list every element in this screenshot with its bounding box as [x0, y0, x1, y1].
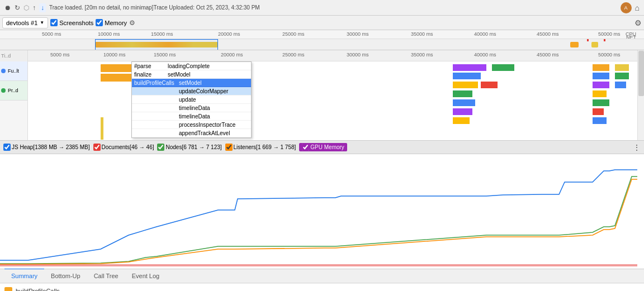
- overview-activity-bar-2: [570, 42, 579, 47]
- popup-row-2[interactable]: buildProfileCalls setModel: [132, 79, 251, 87]
- label-full: Fu..lt: [0, 61, 27, 81]
- popup-value-8: appendTrackAtLevel: [179, 130, 230, 136]
- left-labels: Ti..d Fu..lt Pr..d: [0, 50, 28, 140]
- fbar-orange-3[interactable]: [593, 64, 609, 71]
- popup-row-7[interactable]: processInspectorTrace: [132, 121, 251, 129]
- fbar-yellow-3[interactable]: [593, 90, 607, 97]
- fbar-green-1[interactable]: [492, 64, 514, 71]
- flame-chart[interactable]: 5000 ms 10000 ms 15000 ms 20000 ms 25000…: [28, 50, 637, 140]
- popup-value-6: timelineData: [179, 113, 210, 120]
- flame-tick-15000: 15000 ms: [154, 52, 176, 58]
- stop-icon[interactable]: ⬡: [23, 4, 29, 12]
- memory-checkbox[interactable]: [96, 19, 103, 26]
- listeners-line: [0, 179, 637, 264]
- fbar-yellow-4[interactable]: [453, 117, 470, 124]
- popup-value-5: timelineData: [179, 105, 210, 111]
- gpu-memory-check[interactable]: GPU Memory: [299, 143, 347, 151]
- tick-40000: 40000 ms: [474, 31, 496, 37]
- right-scrollbar[interactable]: [637, 50, 644, 140]
- bottom-item-label: buildProfileCalls: [16, 288, 60, 291]
- toolbar: devtools #1 ▼ Screenshots Memory ⚙ ⚙: [0, 16, 644, 30]
- overview-activity-bar-3: [591, 42, 598, 47]
- prod-label: Pr..d: [8, 88, 18, 93]
- flame-tick-40000: 40000 ms: [474, 52, 496, 58]
- flame-tick-5000: 5000 ms: [50, 52, 70, 58]
- memory-checkbox-container[interactable]: Memory: [96, 19, 127, 26]
- fbar-green-2[interactable]: [615, 73, 629, 79]
- tab-call-tree[interactable]: Call Tree: [87, 268, 125, 283]
- gear-settings-icon[interactable]: ⚙: [634, 18, 642, 27]
- fbar-yellow-1[interactable]: [615, 64, 629, 71]
- screenshots-checkbox[interactable]: [50, 19, 58, 26]
- full-dot: [1, 69, 6, 73]
- fbar-yellow-2[interactable]: [453, 82, 478, 88]
- fbar-blue-4[interactable]: [453, 99, 475, 106]
- bottom-content: buildProfileCalls: [0, 283, 644, 291]
- avatar: A: [621, 2, 632, 13]
- popup-value-4: update: [179, 97, 196, 103]
- fbar-blue-3[interactable]: [615, 82, 626, 88]
- listeners-checkbox[interactable]: [225, 144, 233, 151]
- refresh-icon[interactable]: ↻: [15, 4, 20, 12]
- tab-summary[interactable]: Summary: [4, 268, 44, 283]
- main-content: Ti..d Fu..lt Pr..d 5000 ms 10000 ms 1500…: [0, 50, 644, 141]
- overview-bar[interactable]: [0, 39, 644, 50]
- tab-bottom-up[interactable]: Bottom-Up: [44, 268, 87, 283]
- popup-value-1: setModel: [168, 71, 191, 78]
- screenshots-checkbox-container[interactable]: Screenshots: [50, 19, 93, 26]
- popup-label-0: #parse: [134, 63, 168, 69]
- tick-15000: 15000 ms: [151, 31, 173, 37]
- top-bar: ⏺ ↻ ⬡ ↑ ↓ Trace loaded. [20m no detail, …: [0, 0, 644, 16]
- js-heap-check[interactable]: JS Heap[1388 MB → 2385 MB]: [3, 144, 90, 151]
- memory-graph[interactable]: [0, 154, 644, 269]
- tick-5000: 5000 ms: [42, 31, 61, 37]
- settings-icon[interactable]: ⚙: [129, 19, 135, 27]
- record-icon: ⏺: [4, 4, 11, 12]
- flame-bars[interactable]: #parse loadingComplete finalize setModel…: [28, 61, 637, 140]
- fbar-purple-1[interactable]: [453, 64, 486, 71]
- viewport-indicator[interactable]: [95, 39, 218, 50]
- flame-tick-35000: 35000 ms: [411, 52, 433, 58]
- fbar-blue-2[interactable]: [593, 73, 609, 79]
- upload-icon[interactable]: ↑: [32, 4, 36, 12]
- popup-row-4[interactable]: update: [132, 96, 251, 104]
- documents-checkbox[interactable]: [93, 144, 101, 151]
- fbar-purple-3[interactable]: [453, 108, 472, 115]
- popup-row-3[interactable]: updateColorMapper: [132, 87, 251, 96]
- tab-event-log[interactable]: Event Log: [125, 268, 167, 283]
- listeners-check[interactable]: Listeners[1 669 → 1 758]: [225, 144, 296, 151]
- fbar-red-1[interactable]: [481, 82, 498, 88]
- fbar-purple-2[interactable]: [593, 82, 609, 88]
- bottom-tabs: Summary Bottom-Up Call Tree Event Log: [0, 269, 644, 283]
- scrollbar-thumb[interactable]: [638, 51, 644, 96]
- fbar-green-3[interactable]: [453, 90, 472, 97]
- fbar-blue-1[interactable]: [453, 73, 481, 79]
- gpu-memory-checkbox[interactable]: [302, 144, 309, 151]
- popup-row-1[interactable]: finalize setModel: [132, 70, 251, 79]
- popup-row-0[interactable]: #parse loadingComplete: [132, 62, 251, 70]
- fbar-green-4[interactable]: [593, 99, 609, 106]
- fbar-blue-5[interactable]: [593, 117, 607, 124]
- tick-35000: 35000 ms: [411, 31, 433, 37]
- tick-20000: 20000 ms: [218, 31, 240, 37]
- js-heap-checkbox[interactable]: [3, 144, 11, 151]
- flame-tick-50000: 50000 ms: [598, 52, 621, 58]
- trace-info: Trace loaded. [20m no detail, no minimap…: [49, 4, 617, 11]
- tab-selector[interactable]: devtools #1 ▼: [2, 17, 48, 28]
- memory-menu-icon[interactable]: ⋮: [633, 143, 641, 152]
- popup-row-6[interactable]: timelineData: [132, 112, 251, 121]
- popup-row-5[interactable]: timelineData: [132, 104, 251, 112]
- home-icon[interactable]: ⌂: [635, 3, 640, 12]
- nodes-check[interactable]: Nodes[6 781 → 7 123]: [157, 144, 221, 151]
- popup-label-2: buildProfileCalls: [134, 80, 179, 86]
- tick-45000: 45000 ms: [537, 31, 559, 37]
- documents-check[interactable]: Documents[46 → 46]: [93, 144, 154, 151]
- popup-row-8[interactable]: appendTrackAtLevel: [132, 129, 251, 137]
- flame-tick-30000: 30000 ms: [347, 52, 369, 58]
- fbar-red-2[interactable]: [593, 108, 604, 115]
- download-icon[interactable]: ↓: [39, 3, 46, 12]
- popup-value-3: updateColorMapper: [179, 88, 228, 94]
- mark-red-1: [587, 39, 589, 41]
- empty-row: [0, 101, 27, 140]
- nodes-checkbox[interactable]: [157, 144, 164, 151]
